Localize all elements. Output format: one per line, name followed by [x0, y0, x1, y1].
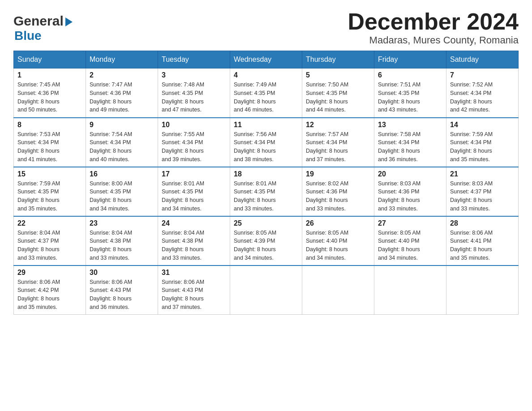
day-info: Sunrise: 8:01 AM Sunset: 4:35 PM Dayligh… [162, 180, 226, 213]
calendar-day-cell: 14 Sunrise: 7:59 AM Sunset: 4:34 PM Dayl… [446, 118, 519, 167]
day-number: 15 [17, 170, 82, 178]
day-info: Sunrise: 7:52 AM Sunset: 4:34 PM Dayligh… [450, 81, 515, 114]
day-number: 14 [450, 121, 515, 129]
day-number: 2 [90, 71, 154, 79]
calendar-day-cell: 3 Sunrise: 7:48 AM Sunset: 4:35 PM Dayli… [158, 68, 230, 118]
calendar-day-cell: 7 Sunrise: 7:52 AM Sunset: 4:34 PM Dayli… [446, 68, 519, 118]
calendar-day-cell: 24 Sunrise: 8:04 AM Sunset: 4:38 PM Dayl… [158, 216, 230, 265]
calendar-day-cell [230, 265, 302, 315]
day-number: 30 [90, 269, 154, 277]
day-number: 29 [17, 269, 82, 277]
header-thursday: Thursday [302, 51, 374, 68]
day-info: Sunrise: 7:58 AM Sunset: 4:34 PM Dayligh… [378, 130, 442, 164]
day-number: 26 [306, 219, 370, 227]
calendar-day-cell: 27 Sunrise: 8:05 AM Sunset: 4:40 PM Dayl… [374, 216, 446, 265]
day-number: 16 [90, 170, 154, 178]
header-wednesday: Wednesday [230, 51, 302, 68]
calendar-day-cell [374, 265, 446, 315]
calendar-day-cell: 11 Sunrise: 7:56 AM Sunset: 4:34 PM Dayl… [230, 118, 302, 167]
calendar-day-cell: 22 Sunrise: 8:04 AM Sunset: 4:37 PM Dayl… [14, 216, 86, 265]
calendar-day-cell: 2 Sunrise: 7:47 AM Sunset: 4:36 PM Dayli… [86, 68, 158, 118]
day-info: Sunrise: 7:45 AM Sunset: 4:36 PM Dayligh… [17, 81, 82, 114]
day-number: 28 [450, 219, 515, 227]
day-number: 12 [306, 121, 370, 129]
calendar-day-cell: 5 Sunrise: 7:50 AM Sunset: 4:35 PM Dayli… [302, 68, 374, 118]
day-number: 31 [162, 269, 226, 277]
day-number: 11 [234, 121, 298, 129]
day-info: Sunrise: 7:59 AM Sunset: 4:35 PM Dayligh… [17, 180, 82, 213]
day-info: Sunrise: 7:55 AM Sunset: 4:34 PM Dayligh… [162, 130, 226, 164]
day-info: Sunrise: 7:59 AM Sunset: 4:34 PM Dayligh… [450, 130, 515, 164]
day-number: 6 [378, 71, 442, 79]
calendar-day-cell: 4 Sunrise: 7:49 AM Sunset: 4:35 PM Dayli… [230, 68, 302, 118]
day-number: 8 [17, 121, 82, 129]
day-info: Sunrise: 8:04 AM Sunset: 4:38 PM Dayligh… [162, 229, 226, 262]
day-info: Sunrise: 8:06 AM Sunset: 4:42 PM Dayligh… [17, 278, 82, 312]
day-info: Sunrise: 8:06 AM Sunset: 4:43 PM Dayligh… [162, 278, 226, 312]
day-info: Sunrise: 8:04 AM Sunset: 4:38 PM Dayligh… [90, 229, 154, 262]
day-number: 17 [162, 170, 226, 178]
calendar-day-cell: 29 Sunrise: 8:06 AM Sunset: 4:42 PM Dayl… [14, 265, 86, 315]
day-number: 9 [90, 121, 154, 129]
day-number: 23 [90, 219, 154, 227]
calendar-day-cell [302, 265, 374, 315]
header-monday: Monday [86, 51, 158, 68]
day-info: Sunrise: 7:49 AM Sunset: 4:35 PM Dayligh… [234, 81, 298, 114]
day-info: Sunrise: 7:50 AM Sunset: 4:35 PM Dayligh… [306, 81, 370, 114]
calendar-day-cell: 16 Sunrise: 8:00 AM Sunset: 4:35 PM Dayl… [86, 167, 158, 216]
header-tuesday: Tuesday [158, 51, 230, 68]
day-info: Sunrise: 8:03 AM Sunset: 4:36 PM Dayligh… [378, 180, 442, 213]
calendar-day-cell: 9 Sunrise: 7:54 AM Sunset: 4:34 PM Dayli… [86, 118, 158, 167]
logo-general-text: General [13, 13, 64, 29]
day-info: Sunrise: 7:56 AM Sunset: 4:34 PM Dayligh… [234, 130, 298, 164]
calendar-day-cell: 15 Sunrise: 7:59 AM Sunset: 4:35 PM Dayl… [14, 167, 86, 216]
day-info: Sunrise: 8:03 AM Sunset: 4:37 PM Dayligh… [450, 180, 515, 213]
day-info: Sunrise: 8:05 AM Sunset: 4:40 PM Dayligh… [306, 229, 370, 262]
day-info: Sunrise: 7:54 AM Sunset: 4:34 PM Dayligh… [90, 130, 154, 164]
day-info: Sunrise: 8:01 AM Sunset: 4:35 PM Dayligh… [234, 180, 298, 213]
calendar-header-row: Sunday Monday Tuesday Wednesday Thursday… [14, 51, 519, 68]
calendar-day-cell: 28 Sunrise: 8:06 AM Sunset: 4:41 PM Dayl… [446, 216, 519, 265]
calendar-title: December 2024 [348, 9, 519, 34]
logo-arrow-icon [65, 17, 73, 26]
calendar-day-cell: 8 Sunrise: 7:53 AM Sunset: 4:34 PM Dayli… [14, 118, 86, 167]
calendar-day-cell: 1 Sunrise: 7:45 AM Sunset: 4:36 PM Dayli… [14, 68, 86, 118]
calendar-day-cell: 21 Sunrise: 8:03 AM Sunset: 4:37 PM Dayl… [446, 167, 519, 216]
calendar-day-cell: 18 Sunrise: 8:01 AM Sunset: 4:35 PM Dayl… [230, 167, 302, 216]
page-header: General Blue December 2024 Madaras, Mure… [13, 9, 519, 46]
calendar-table: Sunday Monday Tuesday Wednesday Thursday… [13, 51, 519, 315]
calendar-day-cell: 12 Sunrise: 7:57 AM Sunset: 4:34 PM Dayl… [302, 118, 374, 167]
calendar-week-row: 22 Sunrise: 8:04 AM Sunset: 4:37 PM Dayl… [14, 216, 519, 265]
day-number: 7 [450, 71, 515, 79]
calendar-day-cell: 30 Sunrise: 8:06 AM Sunset: 4:43 PM Dayl… [86, 265, 158, 315]
title-block: December 2024 Madaras, Mures County, Rom… [348, 9, 519, 46]
day-info: Sunrise: 7:47 AM Sunset: 4:36 PM Dayligh… [90, 81, 154, 114]
day-number: 4 [234, 71, 298, 79]
day-info: Sunrise: 8:02 AM Sunset: 4:36 PM Dayligh… [306, 180, 370, 213]
day-info: Sunrise: 8:04 AM Sunset: 4:37 PM Dayligh… [17, 229, 82, 262]
day-number: 5 [306, 71, 370, 79]
calendar-day-cell: 26 Sunrise: 8:05 AM Sunset: 4:40 PM Dayl… [302, 216, 374, 265]
day-number: 19 [306, 170, 370, 178]
calendar-week-row: 8 Sunrise: 7:53 AM Sunset: 4:34 PM Dayli… [14, 118, 519, 167]
day-number: 22 [17, 219, 82, 227]
day-info: Sunrise: 8:00 AM Sunset: 4:35 PM Dayligh… [90, 180, 154, 213]
day-info: Sunrise: 8:06 AM Sunset: 4:41 PM Dayligh… [450, 229, 515, 262]
day-number: 3 [162, 71, 226, 79]
day-info: Sunrise: 7:51 AM Sunset: 4:35 PM Dayligh… [378, 81, 442, 114]
logo-blue-text: Blue [14, 29, 42, 43]
day-info: Sunrise: 8:05 AM Sunset: 4:39 PM Dayligh… [234, 229, 298, 262]
calendar-day-cell: 25 Sunrise: 8:05 AM Sunset: 4:39 PM Dayl… [230, 216, 302, 265]
header-sunday: Sunday [14, 51, 86, 68]
day-info: Sunrise: 7:48 AM Sunset: 4:35 PM Dayligh… [162, 81, 226, 114]
calendar-day-cell [446, 265, 519, 315]
header-saturday: Saturday [446, 51, 519, 68]
day-number: 20 [378, 170, 442, 178]
day-number: 24 [162, 219, 226, 227]
calendar-day-cell: 13 Sunrise: 7:58 AM Sunset: 4:34 PM Dayl… [374, 118, 446, 167]
calendar-day-cell: 31 Sunrise: 8:06 AM Sunset: 4:43 PM Dayl… [158, 265, 230, 315]
calendar-day-cell: 6 Sunrise: 7:51 AM Sunset: 4:35 PM Dayli… [374, 68, 446, 118]
calendar-week-row: 29 Sunrise: 8:06 AM Sunset: 4:42 PM Dayl… [14, 265, 519, 315]
header-friday: Friday [374, 51, 446, 68]
day-number: 1 [17, 71, 82, 79]
